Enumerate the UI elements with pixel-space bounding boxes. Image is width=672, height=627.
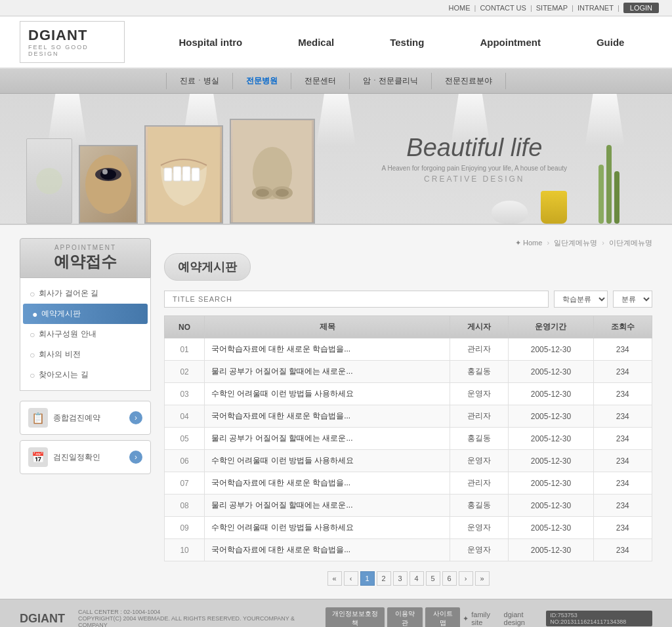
cell-title[interactable]: 국어학습자료에 대한 새로운 학습법을... bbox=[205, 338, 450, 361]
breadcrumb-level1[interactable]: 일단계메뉴명 bbox=[554, 239, 597, 247]
bullet-icon-1: ○ bbox=[30, 289, 35, 299]
table-row[interactable]: 09 수학인 어려울때 이런 방법들 사용하세요 운영자 2005-12-30 … bbox=[165, 517, 652, 539]
sub-nav-item-5[interactable]: 전문진료분야 bbox=[432, 73, 506, 89]
breadcrumb-level2: 이단계메뉴명 bbox=[609, 239, 652, 247]
cell-title[interactable]: 물리 공부가 어질어질 할때에는 새로운... bbox=[205, 428, 450, 450]
cell-author: 관리자 bbox=[450, 338, 508, 361]
nav-testing[interactable]: Testing bbox=[377, 31, 437, 53]
table-row[interactable]: 05 물리 공부가 어질어질 할때에는 새로운... 홍길동 2005-12-3… bbox=[165, 428, 652, 450]
table-row[interactable]: 07 국어학습자료에 대한 새로운 학습법을... 관리자 2005-12-30… bbox=[165, 472, 652, 495]
content-area: ✦ Home › 일단계메뉴명 › 이단계메뉴명 예약게시판 학습분류 분류 N… bbox=[164, 238, 652, 586]
page-btn-3[interactable]: 2 bbox=[377, 571, 391, 586]
footer-privacy-btn[interactable]: 개인정보보호정책 bbox=[326, 607, 385, 627]
cell-author: 홍길동 bbox=[450, 495, 508, 517]
cell-title[interactable]: 국어학습자료에 대한 새로운 학습법을... bbox=[205, 539, 450, 561]
table-row[interactable]: 03 수학인 어려울때 이런 방법들 사용하세요 운영자 2005-12-30 … bbox=[165, 383, 652, 405]
nav-guide[interactable]: Guide bbox=[583, 31, 638, 53]
sidebar-action-confirm[interactable]: 📅 검진일정확인 › bbox=[20, 440, 151, 474]
sub-nav-item-4[interactable]: 암ㆍ전문클리닉 bbox=[350, 73, 432, 89]
cell-author: 관리자 bbox=[450, 472, 508, 495]
table-row[interactable]: 04 국어학습자료에 대한 새로운 학습법을... 관리자 2005-12-30… bbox=[165, 405, 652, 428]
nav-appointment[interactable]: Appointment bbox=[467, 31, 553, 53]
cell-title[interactable]: 수학인 어려울때 이런 방법들 사용하세요 bbox=[205, 517, 450, 539]
sidebar-item-1[interactable]: ○ 회사가 걸어온 길 bbox=[20, 283, 150, 304]
page-btn-4[interactable]: 3 bbox=[393, 571, 408, 586]
page-btn-1[interactable]: ‹ bbox=[344, 571, 358, 586]
table-row[interactable]: 10 국어학습자료에 대한 새로운 학습법을... 운영자 2005-12-30… bbox=[165, 539, 652, 561]
cell-title[interactable]: 국어학습자료에 대한 새로운 학습법을... bbox=[205, 472, 450, 495]
hero-desc: A Heaven for forgoing pain Enjoying your… bbox=[382, 165, 567, 172]
category-select-2[interactable]: 분류 bbox=[613, 291, 652, 308]
page-btn-0[interactable]: « bbox=[327, 571, 342, 586]
page-btn-8[interactable]: › bbox=[459, 571, 473, 586]
search-input[interactable] bbox=[164, 291, 549, 308]
sidebar-action-reservation[interactable]: 📋 종합검진예약 › bbox=[20, 401, 151, 435]
nav-medical[interactable]: Medical bbox=[285, 31, 347, 53]
sub-nav-item-2[interactable]: 전문병원 bbox=[233, 73, 291, 89]
nav-hospital-intro[interactable]: Hospital intro bbox=[166, 31, 256, 53]
cell-views: 234 bbox=[593, 405, 652, 428]
cell-title[interactable]: 수학인 어려울때 이런 방법들 사용하세요 bbox=[205, 450, 450, 472]
cell-author: 운영자 bbox=[450, 450, 508, 472]
page-btn-5[interactable]: 4 bbox=[410, 571, 424, 586]
bowl-white bbox=[492, 201, 528, 224]
sidebar-header: APPOINTMENT 예약접수 bbox=[20, 238, 151, 278]
spotlight-5 bbox=[585, 94, 625, 146]
col-views: 조회수 bbox=[593, 316, 652, 338]
cell-date: 2005-12-30 bbox=[509, 539, 593, 561]
sitemap-link[interactable]: SITEMAP bbox=[536, 4, 568, 12]
top-bar: HOME | CONTACT US | SITEMAP | INTRANET |… bbox=[0, 0, 672, 16]
sidebar-item-3[interactable]: ○ 회사구성원 안내 bbox=[20, 324, 150, 344]
contact-link[interactable]: CONTACT US bbox=[480, 4, 526, 12]
intranet-link[interactable]: INTRANET bbox=[578, 4, 614, 12]
cell-title[interactable]: 물리 공부가 어질어질 할때에는 새로운... bbox=[205, 495, 450, 517]
footer-sitemap-btn[interactable]: 사이트맵 bbox=[425, 607, 460, 627]
cell-views: 234 bbox=[593, 539, 652, 561]
page-btn-7[interactable]: 6 bbox=[442, 571, 457, 586]
watermark: ID:753753 NO:20131116214117134388 bbox=[546, 611, 652, 626]
sidebar-item-4[interactable]: ○ 회사의 비전 bbox=[20, 344, 150, 365]
table-row[interactable]: 06 수학인 어려울때 이런 방법들 사용하세요 운영자 2005-12-30 … bbox=[165, 450, 652, 472]
cell-views: 234 bbox=[593, 472, 652, 495]
family-label: ✦ bbox=[463, 615, 469, 623]
cell-no: 08 bbox=[165, 495, 205, 517]
breadcrumb-home[interactable]: Home bbox=[523, 239, 542, 247]
cell-views: 234 bbox=[593, 428, 652, 450]
cell-no: 06 bbox=[165, 450, 205, 472]
table-row[interactable]: 08 물리 공부가 어질어질 할때에는 새로운... 홍길동 2005-12-3… bbox=[165, 495, 652, 517]
header: DGIANT FEEL SO GOOD DESIGN Hospital intr… bbox=[0, 16, 672, 69]
sidebar-item-2[interactable]: ● 예약게시판 bbox=[23, 304, 148, 324]
hero-banner: Beautiful life A Heaven for forgoing pai… bbox=[0, 94, 672, 225]
cell-no: 10 bbox=[165, 539, 205, 561]
home-link[interactable]: HOME bbox=[449, 4, 471, 12]
cell-views: 234 bbox=[593, 338, 652, 361]
cell-date: 2005-12-30 bbox=[509, 361, 593, 383]
pagination: «‹123456›» bbox=[164, 571, 652, 586]
login-button[interactable]: LOGIN bbox=[623, 3, 659, 13]
table-row[interactable]: 02 물리 공부가 어질어질 할때에는 새로운... 홍길동 2005-12-3… bbox=[165, 361, 652, 383]
sub-nav-item-3[interactable]: 전문센터 bbox=[291, 73, 350, 89]
page-btn-9[interactable]: » bbox=[475, 571, 490, 586]
cell-no: 03 bbox=[165, 383, 205, 405]
cell-title[interactable]: 국어학습자료에 대한 새로운 학습법을... bbox=[205, 405, 450, 428]
page-btn-2[interactable]: 1 bbox=[360, 571, 375, 586]
cell-no: 04 bbox=[165, 405, 205, 428]
hero-text: Beautiful life A Heaven for forgoing pai… bbox=[382, 134, 567, 184]
cell-title[interactable]: 수학인 어려울때 이런 방법들 사용하세요 bbox=[205, 383, 450, 405]
breadcrumb: ✦ Home › 일단계메뉴명 › 이단계메뉴명 bbox=[164, 238, 652, 248]
table-row[interactable]: 01 국어학습자료에 대한 새로운 학습법을... 관리자 2005-12-30… bbox=[165, 338, 652, 361]
bullet-icon-4: ○ bbox=[30, 350, 35, 360]
cell-date: 2005-12-30 bbox=[509, 472, 593, 495]
cell-title[interactable]: 물리 공부가 어질어질 할때에는 새로운... bbox=[205, 361, 450, 383]
cell-no: 09 bbox=[165, 517, 205, 539]
footer-terms-btn[interactable]: 이용약관 bbox=[387, 607, 422, 627]
cell-views: 234 bbox=[593, 517, 652, 539]
sidebar-item-5[interactable]: ○ 찾아오시는 길 bbox=[20, 365, 150, 385]
svg-rect-7 bbox=[182, 167, 190, 181]
bullet-icon-3: ○ bbox=[30, 329, 35, 340]
page-btn-6[interactable]: 5 bbox=[426, 571, 440, 586]
action-label-2: 검진일정확인 bbox=[53, 452, 124, 463]
category-select-1[interactable]: 학습분류 bbox=[554, 291, 608, 308]
arrow-icon-1: › bbox=[129, 411, 142, 424]
sub-nav-item-1[interactable]: 진료ㆍ병실 bbox=[166, 73, 233, 89]
